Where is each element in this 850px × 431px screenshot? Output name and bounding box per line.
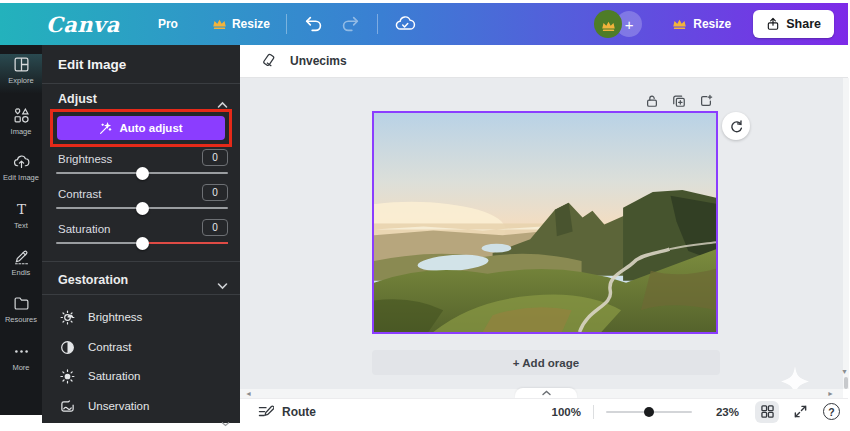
resize-menu-button[interactable]: Resize: [212, 17, 270, 31]
svg-text:T: T: [16, 201, 25, 217]
sidebar-item-more[interactable]: More: [0, 341, 42, 385]
bottom-panel-collapse-handle[interactable]: [515, 388, 577, 398]
gestoration-item-contrast[interactable]: Contrast: [42, 334, 240, 360]
canvas-workspace[interactable]: + Add orage: [240, 78, 843, 389]
sidebar-item-label: Edit Image: [3, 173, 39, 182]
crown-icon: [601, 18, 616, 30]
chevron-up-icon: [542, 390, 551, 396]
gestoration-item-label: Unservation: [88, 400, 149, 412]
gestoration-section-header[interactable]: Gestoration: [58, 273, 128, 287]
resize-button-label: Resize: [693, 17, 731, 31]
zoom-slider-handle[interactable]: [644, 407, 654, 417]
slider-handle[interactable]: [136, 167, 149, 180]
document-toolbar: Unvecims: [240, 45, 848, 78]
gestoration-item-unservation[interactable]: Unservation: [42, 393, 240, 419]
resize-button[interactable]: Resize: [660, 10, 743, 38]
sidebar-item-explore[interactable]: Explore: [0, 54, 42, 98]
eraser-icon[interactable]: [262, 53, 278, 69]
sidebar-item-text[interactable]: T Text: [0, 199, 42, 243]
divider: [593, 405, 594, 419]
share-upload-icon: [766, 17, 780, 31]
crown-icon: [212, 18, 227, 30]
divider: [377, 14, 378, 34]
canva-logo[interactable]: Canva: [46, 12, 120, 37]
horizontal-scrollbar[interactable]: ◄ ►: [240, 389, 843, 398]
brightness-icon: [60, 310, 75, 325]
slider-value-saturation[interactable]: 0: [202, 219, 228, 236]
text-icon: T: [13, 201, 30, 218]
scroll-down-arrow[interactable]: ▼: [841, 368, 848, 375]
account-avatar[interactable]: [594, 10, 622, 38]
scrollbar-thumb[interactable]: [844, 377, 848, 389]
divider: [42, 261, 240, 262]
top-bar: Canva Pro Resize +: [0, 3, 848, 45]
page-zoom-value: 23%: [716, 406, 739, 418]
panel-title: Edit Image: [58, 57, 126, 72]
chevron-down-icon[interactable]: [217, 276, 228, 284]
folder-icon: [13, 295, 30, 312]
chevron-right-icon: [220, 371, 228, 382]
scroll-right-arrow[interactable]: ►: [826, 389, 835, 398]
share-button[interactable]: Share: [753, 10, 834, 38]
cloud-save-icon[interactable]: [394, 13, 416, 35]
duplicate-icon[interactable]: [672, 94, 686, 108]
photo-icon: [60, 399, 75, 414]
scroll-left-arrow[interactable]: ◄: [244, 389, 253, 398]
auto-adjust-button[interactable]: Auto adjust: [57, 116, 225, 140]
landscape-photo[interactable]: [372, 111, 718, 334]
divider: [42, 294, 240, 295]
zoom-level: 100%: [552, 406, 581, 418]
notes-pencil-icon: [258, 405, 274, 419]
slider-label-brightness: Brightness: [58, 153, 112, 165]
rotate-button[interactable]: [722, 112, 750, 140]
edit-image-panel: Edit Image Adjust Auto adjust Brightness…: [42, 45, 240, 423]
sidebar-item-resoures[interactable]: Resoures: [0, 293, 42, 337]
slider-brightness[interactable]: [56, 172, 228, 174]
zoom-slider[interactable]: [606, 405, 692, 419]
magic-wand-icon: [99, 122, 112, 135]
slider-value-brightness[interactable]: 0: [202, 149, 228, 166]
contrast-icon: [60, 340, 75, 355]
chevron-up-icon[interactable]: [217, 95, 228, 103]
sidebar-item-image[interactable]: Image: [0, 105, 42, 149]
left-icon-rail: Explore Image Edit Image T Text Endis Re…: [0, 45, 42, 415]
resize-label: Resize: [232, 17, 270, 31]
slider-value-contrast[interactable]: 0: [202, 184, 228, 201]
divider: [286, 14, 287, 34]
sidebar-item-edit-image[interactable]: Edit Image: [0, 151, 42, 195]
notes-button[interactable]: Route: [258, 405, 316, 419]
cloud-upload-icon: [13, 153, 30, 170]
add-page-icon[interactable]: [699, 94, 713, 108]
slider-saturation[interactable]: [56, 242, 228, 244]
sidebar-item-label: More: [12, 363, 29, 372]
auto-adjust-label: Auto adjust: [119, 122, 182, 134]
slider-handle[interactable]: [136, 237, 149, 250]
scroll-down-indicator: [221, 413, 230, 419]
add-page-button[interactable]: + Add orage: [372, 350, 720, 375]
saturation-red-track: [142, 242, 228, 244]
slider-contrast[interactable]: [56, 207, 228, 209]
gestoration-item-label: Contrast: [88, 341, 131, 353]
help-button[interactable]: ?: [823, 403, 840, 420]
vertical-scrollbar[interactable]: ▼: [843, 78, 849, 389]
chevron-right-icon: [220, 342, 228, 353]
redo-icon[interactable]: [339, 13, 361, 35]
grid-view-button[interactable]: [755, 401, 779, 423]
sidebar-item-endis[interactable]: Endis: [0, 246, 42, 290]
slider-handle[interactable]: [136, 202, 149, 215]
topbar-right-group: + Resize Share: [594, 3, 834, 45]
sidebar-item-label: Explore: [8, 76, 33, 85]
undo-icon[interactable]: [303, 13, 325, 35]
lock-icon[interactable]: [645, 94, 659, 108]
chevron-right-icon: [220, 401, 228, 412]
share-label: Share: [786, 17, 821, 31]
gestoration-item-saturation[interactable]: Saturation: [42, 363, 240, 389]
adjust-section-header[interactable]: Adjust: [58, 92, 97, 106]
fullscreen-button[interactable]: [793, 404, 809, 420]
crown-icon: [672, 18, 687, 30]
pro-badge[interactable]: Pro: [158, 17, 178, 31]
page-controls: [645, 94, 713, 108]
sidebar-item-label: Image: [11, 127, 32, 136]
gestoration-item-brightness[interactable]: Brightness: [42, 304, 240, 330]
document-title[interactable]: Unvecims: [290, 54, 347, 68]
